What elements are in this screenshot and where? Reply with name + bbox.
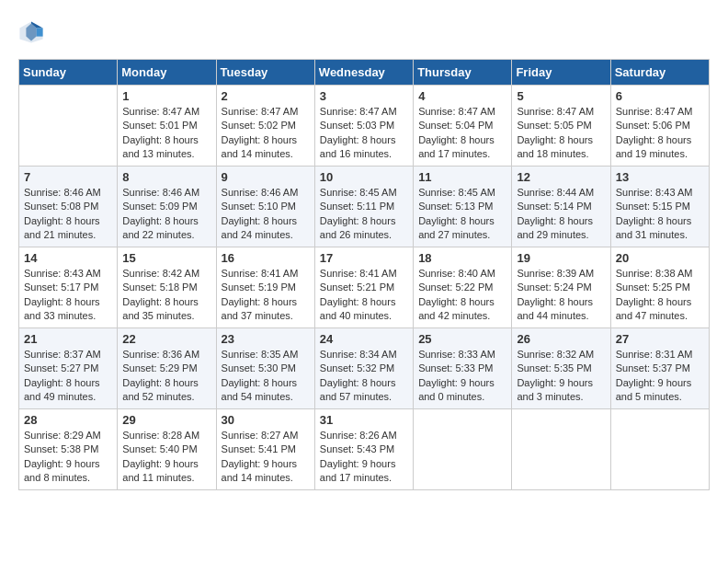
calendar-cell — [414, 409, 512, 490]
day-info: Sunrise: 8:40 AMSunset: 5:22 PMDaylight:… — [418, 267, 506, 324]
day-info: Sunrise: 8:47 AMSunset: 5:04 PMDaylight:… — [418, 105, 506, 162]
week-row-2: 7Sunrise: 8:46 AMSunset: 5:08 PMDaylight… — [19, 167, 710, 247]
day-info: Sunrise: 8:47 AMSunset: 5:02 PMDaylight:… — [222, 105, 310, 162]
day-number: 13 — [616, 170, 704, 184]
calendar-cell: 27Sunrise: 8:31 AMSunset: 5:37 PMDayligh… — [610, 328, 709, 409]
day-number: 16 — [222, 251, 310, 265]
day-info: Sunrise: 8:36 AMSunset: 5:29 PMDaylight:… — [122, 348, 210, 405]
day-number: 27 — [616, 332, 704, 346]
weekday-header-sunday: Sunday — [19, 60, 118, 86]
day-number: 10 — [320, 170, 408, 184]
calendar-cell: 20Sunrise: 8:38 AMSunset: 5:25 PMDayligh… — [610, 247, 709, 328]
calendar-cell: 9Sunrise: 8:46 AMSunset: 5:10 PMDaylight… — [216, 167, 314, 247]
day-number: 6 — [616, 89, 704, 103]
day-number: 1 — [122, 89, 210, 103]
day-info: Sunrise: 8:47 AMSunset: 5:03 PMDaylight:… — [320, 105, 408, 162]
calendar-cell: 29Sunrise: 8:28 AMSunset: 5:40 PMDayligh… — [118, 409, 216, 490]
week-row-1: 1Sunrise: 8:47 AMSunset: 5:01 PMDaylight… — [19, 86, 710, 167]
calendar-cell: 8Sunrise: 8:46 AMSunset: 5:09 PMDaylight… — [118, 167, 216, 247]
logo — [18, 18, 48, 44]
day-info: Sunrise: 8:42 AMSunset: 5:18 PMDaylight:… — [122, 267, 210, 324]
day-number: 2 — [222, 89, 310, 103]
calendar-cell: 21Sunrise: 8:37 AMSunset: 5:27 PMDayligh… — [19, 328, 118, 409]
day-info: Sunrise: 8:38 AMSunset: 5:25 PMDaylight:… — [616, 267, 704, 324]
calendar-cell: 28Sunrise: 8:29 AMSunset: 5:38 PMDayligh… — [19, 409, 118, 490]
weekday-header-wednesday: Wednesday — [314, 60, 413, 86]
day-info: Sunrise: 8:35 AMSunset: 5:30 PMDaylight:… — [222, 348, 310, 405]
day-number: 21 — [24, 332, 112, 346]
day-number: 3 — [320, 89, 408, 103]
calendar-cell: 5Sunrise: 8:47 AMSunset: 5:05 PMDaylight… — [512, 86, 610, 167]
day-info: Sunrise: 8:47 AMSunset: 5:01 PMDaylight:… — [122, 105, 210, 162]
calendar-cell: 1Sunrise: 8:47 AMSunset: 5:01 PMDaylight… — [118, 86, 216, 167]
day-info: Sunrise: 8:41 AMSunset: 5:19 PMDaylight:… — [222, 267, 310, 324]
day-info: Sunrise: 8:34 AMSunset: 5:32 PMDaylight:… — [320, 348, 408, 405]
day-info: Sunrise: 8:37 AMSunset: 5:27 PMDaylight:… — [24, 348, 112, 405]
calendar-cell — [19, 86, 118, 167]
calendar-cell: 6Sunrise: 8:47 AMSunset: 5:06 PMDaylight… — [610, 86, 709, 167]
calendar-cell: 4Sunrise: 8:47 AMSunset: 5:04 PMDaylight… — [414, 86, 512, 167]
svg-marker-2 — [37, 29, 43, 37]
day-number: 26 — [517, 332, 605, 346]
day-number: 11 — [418, 170, 506, 184]
day-number: 5 — [517, 89, 605, 103]
day-number: 15 — [122, 251, 210, 265]
calendar-cell: 14Sunrise: 8:43 AMSunset: 5:17 PMDayligh… — [19, 247, 118, 328]
day-number: 8 — [122, 170, 210, 184]
calendar-cell: 10Sunrise: 8:45 AMSunset: 5:11 PMDayligh… — [314, 167, 413, 247]
day-number: 24 — [320, 332, 408, 346]
week-row-4: 21Sunrise: 8:37 AMSunset: 5:27 PMDayligh… — [19, 328, 710, 409]
day-number: 19 — [517, 251, 605, 265]
day-number: 18 — [418, 251, 506, 265]
day-number: 14 — [24, 251, 112, 265]
calendar-cell — [512, 409, 610, 490]
weekday-header-friday: Friday — [512, 60, 610, 86]
day-info: Sunrise: 8:46 AMSunset: 5:09 PMDaylight:… — [122, 186, 210, 243]
calendar-cell: 11Sunrise: 8:45 AMSunset: 5:13 PMDayligh… — [414, 167, 512, 247]
calendar-cell — [610, 409, 709, 490]
weekday-header-row: SundayMondayTuesdayWednesdayThursdayFrid… — [19, 60, 710, 86]
calendar-cell: 31Sunrise: 8:26 AMSunset: 5:43 PMDayligh… — [314, 409, 413, 490]
day-number: 12 — [517, 170, 605, 184]
day-number: 28 — [24, 413, 112, 427]
weekday-header-monday: Monday — [118, 60, 216, 86]
day-number: 25 — [418, 332, 506, 346]
calendar-cell: 19Sunrise: 8:39 AMSunset: 5:24 PMDayligh… — [512, 247, 610, 328]
day-info: Sunrise: 8:44 AMSunset: 5:14 PMDaylight:… — [517, 186, 605, 243]
day-number: 23 — [222, 332, 310, 346]
day-info: Sunrise: 8:28 AMSunset: 5:40 PMDaylight:… — [122, 429, 210, 486]
week-row-3: 14Sunrise: 8:43 AMSunset: 5:17 PMDayligh… — [19, 247, 710, 328]
calendar-cell: 25Sunrise: 8:33 AMSunset: 5:33 PMDayligh… — [414, 328, 512, 409]
logo-icon — [18, 18, 44, 44]
calendar-cell: 3Sunrise: 8:47 AMSunset: 5:03 PMDaylight… — [314, 86, 413, 167]
day-info: Sunrise: 8:27 AMSunset: 5:41 PMDaylight:… — [222, 429, 310, 486]
day-number: 31 — [320, 413, 408, 427]
day-number: 22 — [122, 332, 210, 346]
calendar-cell: 17Sunrise: 8:41 AMSunset: 5:21 PMDayligh… — [314, 247, 413, 328]
day-info: Sunrise: 8:47 AMSunset: 5:05 PMDaylight:… — [517, 105, 605, 162]
day-info: Sunrise: 8:47 AMSunset: 5:06 PMDaylight:… — [616, 105, 704, 162]
day-info: Sunrise: 8:45 AMSunset: 5:11 PMDaylight:… — [320, 186, 408, 243]
calendar-cell: 23Sunrise: 8:35 AMSunset: 5:30 PMDayligh… — [216, 328, 314, 409]
weekday-header-thursday: Thursday — [414, 60, 512, 86]
day-info: Sunrise: 8:46 AMSunset: 5:08 PMDaylight:… — [24, 186, 112, 243]
calendar-cell: 26Sunrise: 8:32 AMSunset: 5:35 PMDayligh… — [512, 328, 610, 409]
day-info: Sunrise: 8:45 AMSunset: 5:13 PMDaylight:… — [418, 186, 506, 243]
week-row-5: 28Sunrise: 8:29 AMSunset: 5:38 PMDayligh… — [19, 409, 710, 490]
day-info: Sunrise: 8:33 AMSunset: 5:33 PMDaylight:… — [418, 348, 506, 405]
day-info: Sunrise: 8:43 AMSunset: 5:15 PMDaylight:… — [616, 186, 704, 243]
day-info: Sunrise: 8:32 AMSunset: 5:35 PMDaylight:… — [517, 348, 605, 405]
calendar-cell: 16Sunrise: 8:41 AMSunset: 5:19 PMDayligh… — [216, 247, 314, 328]
calendar-cell: 22Sunrise: 8:36 AMSunset: 5:29 PMDayligh… — [118, 328, 216, 409]
page-header — [18, 18, 710, 44]
day-number: 29 — [122, 413, 210, 427]
day-info: Sunrise: 8:41 AMSunset: 5:21 PMDaylight:… — [320, 267, 408, 324]
day-info: Sunrise: 8:43 AMSunset: 5:17 PMDaylight:… — [24, 267, 112, 324]
day-number: 9 — [222, 170, 310, 184]
calendar-cell: 24Sunrise: 8:34 AMSunset: 5:32 PMDayligh… — [314, 328, 413, 409]
calendar-cell: 30Sunrise: 8:27 AMSunset: 5:41 PMDayligh… — [216, 409, 314, 490]
calendar-cell: 13Sunrise: 8:43 AMSunset: 5:15 PMDayligh… — [610, 167, 709, 247]
day-info: Sunrise: 8:39 AMSunset: 5:24 PMDaylight:… — [517, 267, 605, 324]
day-info: Sunrise: 8:26 AMSunset: 5:43 PMDaylight:… — [320, 429, 408, 486]
day-number: 4 — [418, 89, 506, 103]
